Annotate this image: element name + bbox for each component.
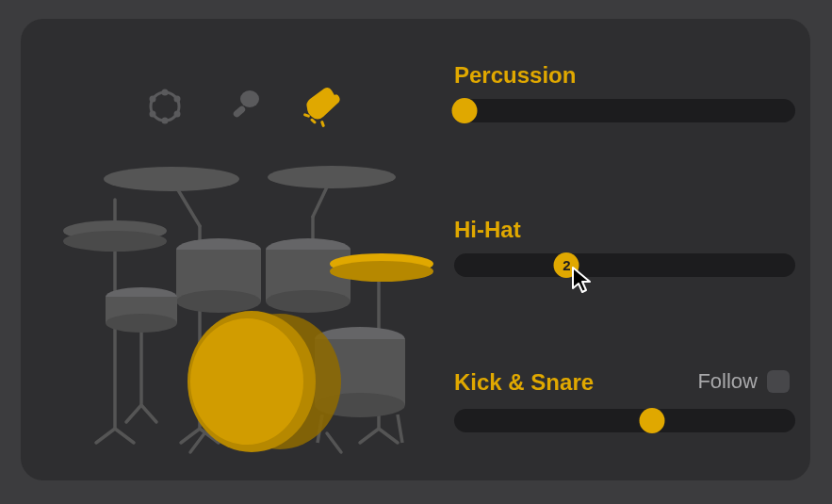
follow-toggle: Follow (697, 369, 790, 394)
hihat-slider-thumb[interactable]: 2 (554, 252, 579, 278)
percussion-label: Percussion (454, 62, 576, 89)
svg-point-37 (106, 314, 177, 333)
kick-drum-icon (188, 311, 341, 452)
svg-line-17 (181, 429, 200, 443)
svg-line-23 (379, 429, 398, 443)
tambourine-icon[interactable] (143, 85, 187, 128)
svg-point-4 (162, 118, 169, 124)
svg-point-34 (266, 290, 351, 313)
svg-point-47 (190, 318, 303, 445)
drummer-panel: Percussion Hi-Hat 2 Kick & Snare Follow (21, 19, 810, 480)
crash-cymbal-left-icon (104, 167, 239, 191)
svg-line-27 (190, 433, 204, 452)
svg-line-26 (141, 405, 156, 422)
svg-line-42 (398, 415, 402, 443)
svg-point-2 (174, 96, 181, 103)
svg-line-28 (327, 433, 341, 452)
percussion-icon-row (143, 85, 345, 128)
drumkit-illustration[interactable] (58, 160, 435, 471)
svg-point-0 (151, 92, 179, 121)
handclap-icon[interactable] (302, 85, 345, 128)
snare-icon (106, 287, 177, 333)
svg-line-14 (115, 429, 134, 443)
percussion-slider[interactable] (454, 99, 795, 122)
kicksnare-slider-thumb[interactable] (639, 408, 664, 433)
hihat-bottom-icon (63, 231, 167, 252)
svg-line-25 (126, 405, 141, 422)
hihat-slider[interactable]: 2 (454, 253, 795, 277)
hihat-label: Hi-Hat (454, 217, 521, 243)
svg-point-7 (240, 90, 259, 107)
shaker-icon[interactable] (222, 85, 266, 128)
svg-line-22 (360, 429, 379, 443)
percussion-slider-thumb[interactable] (451, 98, 477, 123)
crash-cymbal-right-icon (268, 166, 396, 188)
kicksnare-slider[interactable] (454, 409, 795, 432)
hihat-slider-value-badge: 2 (554, 252, 579, 278)
svg-rect-8 (232, 105, 246, 118)
kicksnare-label: Kick & Snare (454, 369, 594, 396)
follow-checkbox[interactable] (767, 370, 790, 393)
svg-point-3 (174, 111, 181, 118)
svg-rect-11 (320, 121, 325, 127)
svg-point-44 (330, 261, 433, 282)
svg-point-6 (150, 96, 156, 103)
svg-point-5 (150, 111, 156, 118)
svg-point-31 (176, 290, 261, 313)
rack-tom-left-icon (176, 238, 261, 313)
svg-line-13 (96, 429, 115, 443)
ride-cymbal-icon (330, 253, 433, 282)
follow-label: Follow (697, 369, 758, 394)
svg-point-1 (162, 89, 169, 96)
